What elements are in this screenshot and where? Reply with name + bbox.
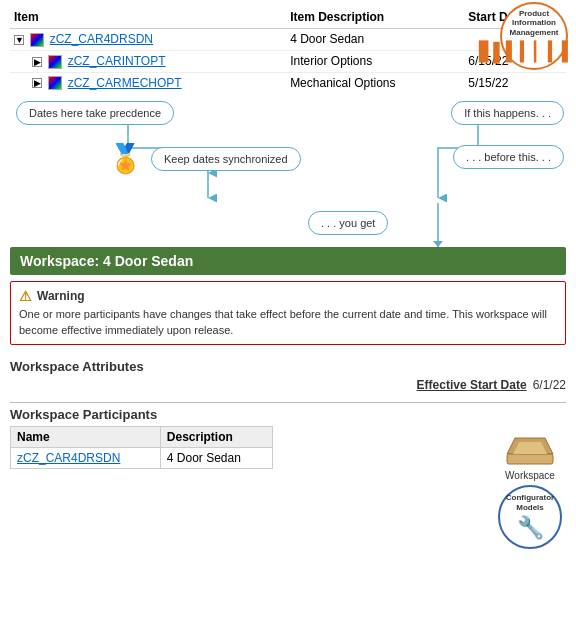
col-name: Name: [11, 427, 161, 448]
you-get-callout: . . . you get: [308, 211, 388, 235]
item-description-cell: Mechanical Options: [286, 72, 464, 93]
item-color-icon: [30, 33, 44, 47]
item-color-icon: [48, 76, 62, 90]
expand-icon[interactable]: ▶: [32, 78, 42, 88]
svg-marker-1: [433, 241, 443, 247]
item-description-cell: 4 Door Sedan: [286, 29, 464, 51]
col-desc: Description: [160, 427, 272, 448]
participants-table: Name Description zCZ_CAR4DRSDN 4 Door Se…: [10, 426, 273, 469]
workspace-attributes-title: Workspace Attributes: [0, 353, 576, 376]
table-row: ▶ zCZ_CARMECHOPT Mechanical Options 5/15…: [10, 72, 566, 93]
collapse-icon[interactable]: ▼: [14, 35, 24, 45]
pim-line2: Information: [512, 18, 556, 28]
effective-start-date-value: 6/1/22: [533, 378, 566, 392]
item-link-carintopt[interactable]: zCZ_CARINTOPT: [68, 54, 166, 68]
warning-icon: ⚠: [19, 288, 32, 304]
effective-start-date-label: Effective Start Date: [417, 378, 527, 392]
col-description: Item Description: [286, 8, 464, 29]
workspace-tray-icon: [503, 426, 557, 470]
pim-badge: Product Information Management ▋▌▍▎▏▎▍▌: [500, 2, 568, 70]
item-startdate-cell: 5/15/22: [464, 72, 566, 93]
configurator-line1: Configurator: [506, 493, 554, 503]
item-description-cell: Interior Options: [286, 50, 464, 72]
participant-name-link[interactable]: zCZ_CAR4DRSDN: [17, 451, 120, 465]
expand-icon[interactable]: ▶: [32, 57, 42, 67]
item-color-icon: [48, 55, 62, 69]
pim-line1: Product: [519, 9, 549, 19]
item-link-carmechopt[interactable]: zCZ_CARMECHOPT: [68, 76, 182, 90]
divider: [10, 402, 566, 403]
participant-row: zCZ_CAR4DRSDN 4 Door Sedan: [11, 448, 273, 469]
before-this-callout: . . . before this. . .: [453, 145, 564, 169]
warning-box: ⚠ Warning One or more participants have …: [10, 281, 566, 345]
svg-rect-2: [507, 454, 553, 464]
dates-precedence-callout: Dates here take precdence: [16, 101, 174, 125]
warning-text: One or more participants have changes th…: [19, 307, 557, 338]
participants-title: Workspace Participants: [10, 407, 566, 422]
configurator-icon: 🔧: [517, 515, 544, 541]
medal-icon: 🏅: [108, 145, 143, 173]
workspace-label: Workspace: [505, 470, 555, 481]
workspace-icon-box: Workspace: [503, 426, 557, 481]
workspace-header: Workspace: 4 Door Sedan: [10, 247, 566, 275]
pim-barcode-icon: ▋▌▍▎▏▎▍▌: [479, 42, 576, 64]
pim-line3: Management: [510, 28, 559, 38]
participants-section: Workspace Participants Name Description …: [0, 407, 576, 549]
warning-title-text: Warning: [37, 289, 85, 303]
keep-dates-callout: Keep dates synchronized: [151, 147, 301, 171]
configurator-line2: Models: [516, 503, 544, 513]
participant-desc-cell: 4 Door Sedan: [160, 448, 272, 469]
configurator-badge: Configurator Models 🔧: [498, 485, 562, 549]
if-this-happens-callout: If this happens. . .: [451, 101, 564, 125]
col-item: Item: [10, 8, 286, 29]
attributes-row: Effective Start Date 6/1/22: [0, 376, 576, 398]
item-link-car4drsdn[interactable]: zCZ_CAR4DRSDN: [50, 32, 153, 46]
